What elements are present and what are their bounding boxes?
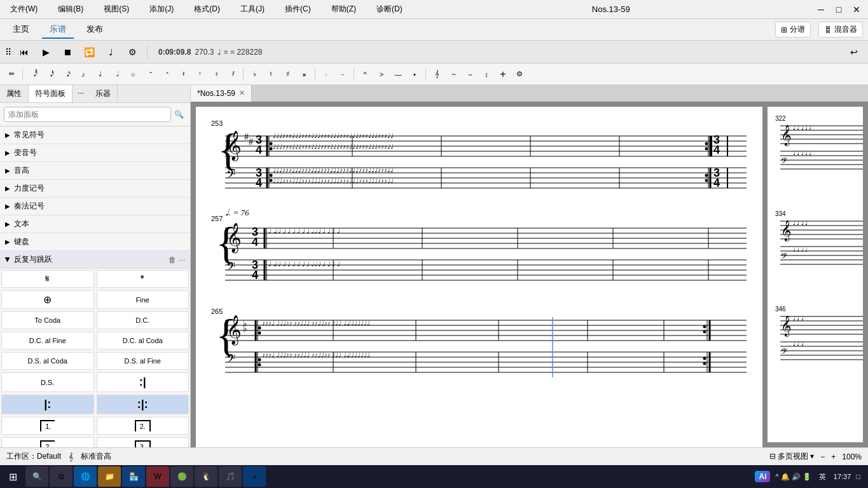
marcato-btn[interactable]: ^ bbox=[357, 66, 373, 83]
rest-eighth[interactable]: 𝄾 bbox=[191, 66, 207, 83]
menu-help[interactable]: 帮助(Z) bbox=[326, 3, 361, 16]
end-repeat-btn[interactable]: :| bbox=[97, 372, 189, 392]
rest-half[interactable]: 𝄼 bbox=[158, 66, 174, 83]
ds-al-fine-btn[interactable]: D.S. al Fine bbox=[97, 352, 189, 370]
taskbar-ai-label[interactable]: Ai bbox=[755, 471, 770, 482]
natural-btn[interactable]: ♮ bbox=[263, 66, 279, 83]
mixer-button[interactable]: 🎛 混音器 bbox=[818, 22, 863, 37]
note-quarter[interactable]: ♩ bbox=[92, 66, 107, 83]
ds-btn[interactable]: D.S. bbox=[1, 372, 94, 392]
tab-home[interactable]: 主页 bbox=[5, 21, 37, 39]
tab-score[interactable]: 乐谱 bbox=[42, 21, 74, 39]
section-pitch[interactable]: ▶ 音高 bbox=[0, 162, 190, 180]
menu-file[interactable]: 文件(W) bbox=[5, 3, 43, 16]
taskbar-taskview[interactable]: ⧉ bbox=[50, 466, 72, 487]
dc-al-coda-btn[interactable]: D.C. al Coda bbox=[97, 332, 189, 349]
notification-btn[interactable]: □ bbox=[856, 473, 860, 480]
volta3-btn[interactable]: 3. bbox=[97, 437, 189, 447]
section-repeat[interactable]: ▶ 反复与跳跃 🗑 ··· bbox=[0, 251, 190, 269]
rest-whole[interactable]: 𝄻 bbox=[142, 66, 157, 83]
staccato-btn[interactable]: • bbox=[407, 66, 422, 83]
fine-btn[interactable]: Fine bbox=[97, 290, 189, 309]
note-32nd[interactable]: 𝅘𝅥𝅰 bbox=[43, 66, 58, 83]
tie-btn[interactable]: ⌢ bbox=[446, 66, 461, 83]
taskbar-app-note[interactable]: ♪ bbox=[243, 466, 266, 487]
segno-btn[interactable]: 𝄋 bbox=[1, 270, 94, 288]
menu-add[interactable]: 添加(J) bbox=[144, 3, 179, 16]
section-text[interactable]: ▶ 文本 bbox=[0, 215, 190, 233]
start-repeat-btn[interactable]: |: bbox=[1, 395, 94, 414]
section-accidentals[interactable]: ▶ 变音号 bbox=[0, 144, 190, 162]
taskbar-search[interactable]: 🔍 bbox=[25, 466, 48, 487]
start-end-repeat-btn[interactable]: :|: bbox=[97, 395, 189, 414]
loop-button[interactable]: 🔁 bbox=[80, 43, 98, 61]
score-tab-close[interactable]: ✕ bbox=[239, 89, 245, 97]
close-button[interactable]: ✕ bbox=[850, 3, 863, 16]
undo-button[interactable]: ↩ bbox=[845, 43, 863, 61]
rest-quarter[interactable]: 𝄽 bbox=[175, 66, 190, 83]
parts-button[interactable]: ⊞ 分谱 bbox=[775, 22, 811, 37]
tab-symbols[interactable]: 符号面板 bbox=[29, 85, 72, 102]
rest-16th[interactable]: 𝄿 bbox=[208, 66, 223, 83]
note-whole[interactable]: ○ bbox=[125, 66, 141, 83]
taskbar-app-wps[interactable]: W bbox=[146, 466, 169, 487]
metronome-button[interactable]: ♩ bbox=[102, 43, 120, 61]
settings-gear[interactable]: ⚙ bbox=[512, 66, 527, 83]
taskbar-app-chrome[interactable]: 🟢 bbox=[170, 466, 193, 487]
tab-more-dots[interactable]: ··· bbox=[72, 85, 89, 102]
settings-button[interactable]: ⚙ bbox=[123, 43, 141, 61]
taskbar-app-music[interactable]: 🎵 bbox=[219, 466, 242, 487]
maximize-button[interactable]: □ bbox=[832, 3, 845, 16]
menu-format[interactable]: 格式(D) bbox=[189, 3, 225, 16]
multi-view-btn[interactable]: ⊟ 多页视图 ▾ bbox=[769, 451, 815, 462]
menu-view[interactable]: 视图(S) bbox=[99, 3, 134, 16]
flat-btn[interactable]: ♭ bbox=[247, 66, 262, 83]
dc-al-fine-btn[interactable]: D.C. al Fine bbox=[1, 332, 94, 349]
play-button[interactable]: ▶ bbox=[37, 43, 55, 61]
double-dot-btn[interactable]: ·· bbox=[335, 66, 350, 83]
zoom-out-btn[interactable]: − bbox=[820, 452, 825, 461]
input-method[interactable]: 英 bbox=[816, 471, 829, 483]
volta1-btn[interactable]: 1. bbox=[1, 417, 94, 435]
edit-tool[interactable]: ✏ bbox=[4, 66, 19, 83]
tenuto-btn[interactable]: — bbox=[390, 66, 406, 83]
score-tab[interactable]: *Nos.13-59 ✕ bbox=[191, 85, 252, 102]
taskbar-app-qq[interactable]: 🐧 bbox=[195, 466, 217, 487]
dot-btn[interactable]: · bbox=[319, 66, 334, 83]
note-64th[interactable]: 𝅘𝅥𝅱 bbox=[26, 66, 41, 83]
menu-debug[interactable]: 诊断(D) bbox=[371, 3, 408, 16]
section-dynamics[interactable]: ▶ 力度记号 bbox=[0, 180, 190, 198]
volta2b-btn[interactable]: 2. bbox=[1, 437, 94, 447]
taskbar-app-files[interactable]: 📁 bbox=[98, 466, 121, 487]
tab-instruments[interactable]: 乐器 bbox=[89, 85, 118, 102]
zoom-in-btn[interactable]: + bbox=[831, 452, 836, 461]
coda-btn[interactable]: 𝄌 bbox=[97, 270, 189, 288]
taskbar-app-edge[interactable]: 🌐 bbox=[74, 466, 97, 487]
double-sharp-btn[interactable]: 𝄪 bbox=[296, 66, 312, 83]
ds-al-coda-btn[interactable]: D.S. al Coda bbox=[1, 352, 94, 370]
flip-btn[interactable]: ↕ bbox=[479, 66, 494, 83]
treble-clef-btn[interactable]: 𝄞 bbox=[429, 66, 444, 83]
note-eighth[interactable]: ♪ bbox=[76, 66, 91, 83]
section-common[interactable]: ▶ 常见符号 bbox=[0, 126, 190, 144]
accent-btn[interactable]: > bbox=[374, 66, 389, 83]
taskbar-app-store[interactable]: 🏪 bbox=[122, 466, 145, 487]
minimize-button[interactable]: ─ bbox=[815, 3, 827, 16]
section-keyboard[interactable]: ▶ 键盘 bbox=[0, 233, 190, 251]
stop-button[interactable]: ⏹ bbox=[59, 43, 76, 61]
to-coda-btn[interactable]: To Coda bbox=[1, 311, 94, 329]
section-articulation[interactable]: ▶ 奏法记号 bbox=[0, 198, 190, 215]
menu-plugins[interactable]: 插件(C) bbox=[280, 3, 316, 16]
search-button[interactable]: 🔍 bbox=[171, 107, 186, 122]
volta2-btn[interactable]: 2. bbox=[97, 417, 189, 435]
coda2-btn[interactable]: ⊕ bbox=[1, 290, 94, 309]
section-delete-btn[interactable]: 🗑 bbox=[169, 255, 176, 264]
menu-edit[interactable]: 编辑(B) bbox=[53, 3, 88, 16]
prev-button[interactable]: ⏮ bbox=[15, 43, 33, 61]
rest-32nd[interactable]: 𝅀 bbox=[224, 66, 240, 83]
add-btn[interactable]: + bbox=[495, 66, 511, 83]
section-more-btn[interactable]: ··· bbox=[179, 255, 185, 264]
tab-publish[interactable]: 发布 bbox=[79, 21, 111, 39]
note-half[interactable]: 𝅗𝅥 bbox=[109, 66, 124, 83]
dc-btn[interactable]: D.C. bbox=[97, 311, 189, 329]
